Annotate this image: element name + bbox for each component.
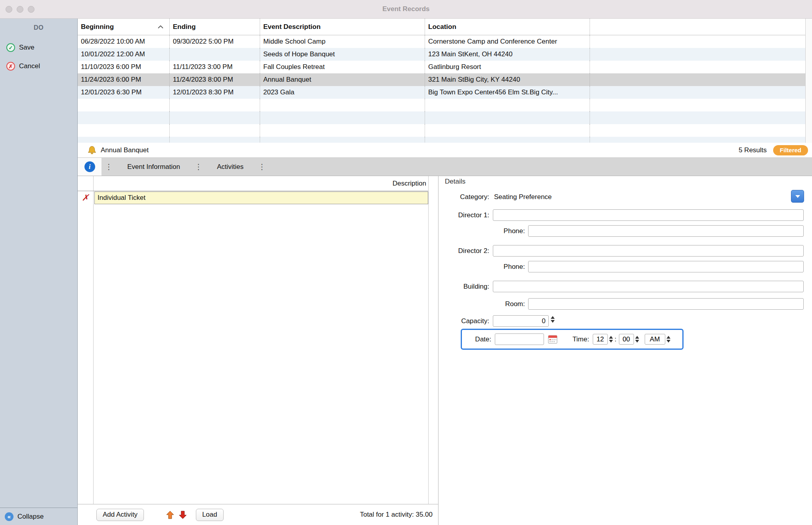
- cell-location: 321 Main StBig City, KY 44240: [425, 73, 590, 86]
- cell-blank: [590, 86, 812, 99]
- time-minute-input[interactable]: [619, 334, 634, 345]
- column-header-ending[interactable]: Ending: [170, 19, 260, 35]
- cell-beginning: 12/01/2023 6:30 PM: [78, 86, 170, 99]
- window-controls: [6, 6, 34, 13]
- cell-location: Big Town Expo Center456 Elm St.Big City.…: [425, 86, 590, 99]
- cell-description: Middle School Camp: [260, 35, 425, 48]
- close-button[interactable]: [6, 6, 12, 13]
- table-row[interactable]: 06/28/2022 10:00 AM 09/30/2022 5:00 PM M…: [78, 35, 812, 48]
- cell-beginning: 11/24/2023 6:00 PM: [78, 73, 170, 86]
- drag-dots-icon: ⋮: [195, 162, 202, 171]
- cancel-button[interactable]: ✗ Cancel: [0, 61, 77, 72]
- save-button[interactable]: ✓ Save: [0, 42, 77, 53]
- cell-ending: 09/30/2022 5:00 PM: [170, 35, 260, 48]
- date-label: Date:: [467, 335, 491, 343]
- activities-toolbar: Add Activity Load Total for 1 activity: …: [78, 504, 438, 525]
- phone2-input[interactable]: [528, 261, 804, 272]
- column-divider: [428, 176, 429, 504]
- column-header-description[interactable]: Event Description: [260, 19, 425, 35]
- record-title: Annual Banquet: [101, 146, 149, 154]
- column-header-beginning[interactable]: Beginning: [78, 19, 170, 35]
- load-button[interactable]: Load: [196, 509, 224, 521]
- cell-location: Gatlinburg Resort: [425, 61, 590, 73]
- tab-event-information[interactable]: Event Information: [127, 163, 180, 171]
- beginning-header-label: Beginning: [81, 19, 114, 35]
- hour-stepper[interactable]: [609, 336, 613, 343]
- save-check-icon: ✓: [6, 43, 15, 52]
- cell-beginning: 06/28/2022 10:00 AM: [78, 35, 170, 48]
- time-separator: :: [615, 335, 617, 343]
- calendar-icon[interactable]: [548, 335, 557, 344]
- cell-description: Fall Couples Retreat: [260, 61, 425, 73]
- add-activity-button[interactable]: Add Activity: [96, 509, 144, 521]
- details-panel: Details Category: Seating Preference Dir…: [439, 176, 812, 525]
- tab-activities[interactable]: Activities: [217, 163, 243, 171]
- ampm-stepper[interactable]: [666, 336, 670, 343]
- table-row-empty: [78, 137, 812, 143]
- capacity-input[interactable]: [493, 315, 549, 327]
- results-count: 5 Results: [739, 146, 767, 154]
- delete-activity-icon[interactable]: ✗: [82, 192, 89, 205]
- sidebar: DO ✓ Save ✗ Cancel « Collapse: [0, 19, 78, 525]
- table-row-empty: [78, 124, 812, 137]
- cell-beginning: 11/10/2023 6:00 PM: [78, 61, 170, 73]
- time-hour-input[interactable]: [593, 334, 608, 345]
- sort-ascending-icon: [157, 25, 164, 29]
- cell-ending: [170, 48, 260, 61]
- phone2-label: Phone:: [439, 261, 525, 272]
- cell-description: 2023 Gala: [260, 86, 425, 99]
- building-label: Building:: [439, 281, 489, 292]
- phone1-label: Phone:: [439, 225, 525, 237]
- info-button[interactable]: i: [78, 158, 102, 176]
- date-input[interactable]: [495, 333, 544, 345]
- records-table: Beginning Ending Event Description Locat…: [78, 19, 812, 143]
- collapse-label: Collapse: [17, 513, 44, 521]
- records-table-body: 06/28/2022 10:00 AM 09/30/2022 5:00 PM M…: [78, 35, 812, 143]
- move-up-icon[interactable]: [166, 510, 174, 519]
- drag-dots-icon: ⋮: [258, 162, 266, 171]
- phone1-input[interactable]: [528, 225, 804, 237]
- save-label: Save: [19, 44, 34, 52]
- activities-panel: Description ✗ Individual Ticket Add Acti…: [78, 176, 439, 525]
- section-header: Annual Banquet 5 Results Filtered: [78, 143, 812, 158]
- zoom-button[interactable]: [28, 6, 34, 13]
- move-down-icon[interactable]: [178, 510, 187, 519]
- main-area: Beginning Ending Event Description Locat…: [78, 19, 812, 525]
- table-scrollbar[interactable]: [805, 19, 812, 143]
- sidebar-header: DO: [0, 24, 77, 31]
- cancel-x-icon: ✗: [6, 62, 15, 71]
- table-row[interactable]: 11/10/2023 6:00 PM 11/11/2023 3:00 PM Fa…: [78, 61, 812, 73]
- filtered-badge[interactable]: Filtered: [773, 145, 808, 155]
- capacity-stepper[interactable]: [551, 316, 555, 323]
- activity-description-cell[interactable]: Individual Ticket: [94, 192, 428, 204]
- director2-label: Director 2:: [439, 245, 489, 257]
- column-header-location[interactable]: Location: [425, 19, 590, 35]
- records-table-header: Beginning Ending Event Description Locat…: [78, 19, 812, 35]
- minimize-button[interactable]: [17, 6, 23, 13]
- category-dropdown-button[interactable]: [791, 190, 804, 203]
- cancel-label: Cancel: [19, 62, 40, 70]
- category-value: Seating Preference: [494, 191, 552, 203]
- director1-input[interactable]: [493, 209, 804, 221]
- cell-description: Annual Banquet: [260, 73, 425, 86]
- collapse-chevrons-icon: «: [5, 512, 13, 521]
- room-input[interactable]: [528, 298, 804, 310]
- time-ampm-input[interactable]: [645, 334, 665, 345]
- director2-input[interactable]: [493, 245, 804, 257]
- cell-ending: 12/01/2023 8:30 PM: [170, 86, 260, 99]
- cell-blank: [590, 48, 812, 61]
- collapse-button[interactable]: « Collapse: [0, 508, 77, 525]
- table-row-selected[interactable]: 11/24/2023 6:00 PM 11/24/2023 8:00 PM An…: [78, 73, 812, 86]
- minute-stepper[interactable]: [635, 336, 639, 343]
- chevron-down-icon: [795, 195, 800, 198]
- table-row[interactable]: 12/01/2023 6:30 PM 12/01/2023 8:30 PM 20…: [78, 86, 812, 99]
- cell-ending: 11/11/2023 3:00 PM: [170, 61, 260, 73]
- info-icon: i: [84, 161, 95, 172]
- cell-blank: [590, 35, 812, 48]
- column-divider: [93, 176, 94, 504]
- building-input[interactable]: [493, 281, 804, 292]
- director1-label: Director 1:: [439, 209, 489, 221]
- cell-location: 123 Main StKent, OH 44240: [425, 48, 590, 61]
- table-row[interactable]: 10/01/2022 12:00 AM Seeds of Hope Banque…: [78, 48, 812, 61]
- category-label: Category:: [439, 191, 489, 203]
